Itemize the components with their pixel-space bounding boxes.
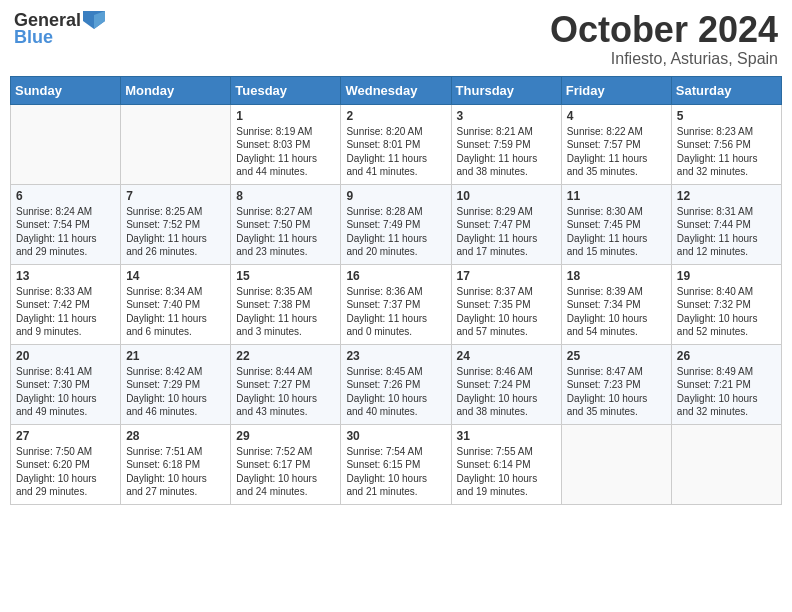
day-number: 27 xyxy=(16,429,115,443)
day-number: 29 xyxy=(236,429,335,443)
day-content: Sunrise: 8:19 AM Sunset: 8:03 PM Dayligh… xyxy=(236,125,335,179)
weekday-header-monday: Monday xyxy=(121,76,231,104)
day-number: 10 xyxy=(457,189,556,203)
day-number: 3 xyxy=(457,109,556,123)
day-content: Sunrise: 8:22 AM Sunset: 7:57 PM Dayligh… xyxy=(567,125,666,179)
calendar-cell: 28Sunrise: 7:51 AM Sunset: 6:18 PM Dayli… xyxy=(121,424,231,504)
day-number: 4 xyxy=(567,109,666,123)
day-number: 8 xyxy=(236,189,335,203)
calendar-cell: 7Sunrise: 8:25 AM Sunset: 7:52 PM Daylig… xyxy=(121,184,231,264)
calendar-week-row: 1Sunrise: 8:19 AM Sunset: 8:03 PM Daylig… xyxy=(11,104,782,184)
weekday-header-friday: Friday xyxy=(561,76,671,104)
calendar-cell: 8Sunrise: 8:27 AM Sunset: 7:50 PM Daylig… xyxy=(231,184,341,264)
calendar-cell: 1Sunrise: 8:19 AM Sunset: 8:03 PM Daylig… xyxy=(231,104,341,184)
day-number: 17 xyxy=(457,269,556,283)
calendar-cell: 27Sunrise: 7:50 AM Sunset: 6:20 PM Dayli… xyxy=(11,424,121,504)
day-number: 16 xyxy=(346,269,445,283)
weekday-header-wednesday: Wednesday xyxy=(341,76,451,104)
day-content: Sunrise: 8:37 AM Sunset: 7:35 PM Dayligh… xyxy=(457,285,556,339)
weekday-header-thursday: Thursday xyxy=(451,76,561,104)
day-content: Sunrise: 8:45 AM Sunset: 7:26 PM Dayligh… xyxy=(346,365,445,419)
weekday-header-row: SundayMondayTuesdayWednesdayThursdayFrid… xyxy=(11,76,782,104)
day-content: Sunrise: 7:50 AM Sunset: 6:20 PM Dayligh… xyxy=(16,445,115,499)
page-header: General Blue October 2024 Infiesto, Astu… xyxy=(10,10,782,68)
day-content: Sunrise: 8:28 AM Sunset: 7:49 PM Dayligh… xyxy=(346,205,445,259)
calendar-cell: 2Sunrise: 8:20 AM Sunset: 8:01 PM Daylig… xyxy=(341,104,451,184)
day-content: Sunrise: 8:23 AM Sunset: 7:56 PM Dayligh… xyxy=(677,125,776,179)
calendar-cell xyxy=(671,424,781,504)
day-number: 1 xyxy=(236,109,335,123)
day-content: Sunrise: 8:41 AM Sunset: 7:30 PM Dayligh… xyxy=(16,365,115,419)
calendar-cell: 31Sunrise: 7:55 AM Sunset: 6:14 PM Dayli… xyxy=(451,424,561,504)
day-number: 14 xyxy=(126,269,225,283)
day-number: 22 xyxy=(236,349,335,363)
day-number: 21 xyxy=(126,349,225,363)
day-content: Sunrise: 7:52 AM Sunset: 6:17 PM Dayligh… xyxy=(236,445,335,499)
calendar-cell: 15Sunrise: 8:35 AM Sunset: 7:38 PM Dayli… xyxy=(231,264,341,344)
day-number: 26 xyxy=(677,349,776,363)
calendar-cell: 3Sunrise: 8:21 AM Sunset: 7:59 PM Daylig… xyxy=(451,104,561,184)
calendar-cell: 16Sunrise: 8:36 AM Sunset: 7:37 PM Dayli… xyxy=(341,264,451,344)
calendar-cell: 17Sunrise: 8:37 AM Sunset: 7:35 PM Dayli… xyxy=(451,264,561,344)
day-content: Sunrise: 8:20 AM Sunset: 8:01 PM Dayligh… xyxy=(346,125,445,179)
calendar-cell: 10Sunrise: 8:29 AM Sunset: 7:47 PM Dayli… xyxy=(451,184,561,264)
day-content: Sunrise: 8:36 AM Sunset: 7:37 PM Dayligh… xyxy=(346,285,445,339)
calendar-cell: 25Sunrise: 8:47 AM Sunset: 7:23 PM Dayli… xyxy=(561,344,671,424)
calendar-cell: 24Sunrise: 8:46 AM Sunset: 7:24 PM Dayli… xyxy=(451,344,561,424)
day-number: 2 xyxy=(346,109,445,123)
weekday-header-sunday: Sunday xyxy=(11,76,121,104)
title-block: October 2024 Infiesto, Asturias, Spain xyxy=(550,10,778,68)
calendar-cell: 21Sunrise: 8:42 AM Sunset: 7:29 PM Dayli… xyxy=(121,344,231,424)
day-number: 5 xyxy=(677,109,776,123)
day-content: Sunrise: 8:33 AM Sunset: 7:42 PM Dayligh… xyxy=(16,285,115,339)
calendar-cell: 5Sunrise: 8:23 AM Sunset: 7:56 PM Daylig… xyxy=(671,104,781,184)
day-number: 9 xyxy=(346,189,445,203)
day-content: Sunrise: 8:39 AM Sunset: 7:34 PM Dayligh… xyxy=(567,285,666,339)
day-content: Sunrise: 8:21 AM Sunset: 7:59 PM Dayligh… xyxy=(457,125,556,179)
day-content: Sunrise: 8:46 AM Sunset: 7:24 PM Dayligh… xyxy=(457,365,556,419)
day-content: Sunrise: 8:24 AM Sunset: 7:54 PM Dayligh… xyxy=(16,205,115,259)
day-number: 28 xyxy=(126,429,225,443)
weekday-header-saturday: Saturday xyxy=(671,76,781,104)
day-number: 23 xyxy=(346,349,445,363)
day-number: 31 xyxy=(457,429,556,443)
day-content: Sunrise: 8:35 AM Sunset: 7:38 PM Dayligh… xyxy=(236,285,335,339)
calendar-cell xyxy=(11,104,121,184)
calendar-cell: 19Sunrise: 8:40 AM Sunset: 7:32 PM Dayli… xyxy=(671,264,781,344)
day-content: Sunrise: 7:55 AM Sunset: 6:14 PM Dayligh… xyxy=(457,445,556,499)
calendar-cell: 18Sunrise: 8:39 AM Sunset: 7:34 PM Dayli… xyxy=(561,264,671,344)
calendar-cell: 29Sunrise: 7:52 AM Sunset: 6:17 PM Dayli… xyxy=(231,424,341,504)
day-number: 7 xyxy=(126,189,225,203)
day-number: 6 xyxy=(16,189,115,203)
calendar-week-row: 6Sunrise: 8:24 AM Sunset: 7:54 PM Daylig… xyxy=(11,184,782,264)
calendar-cell: 12Sunrise: 8:31 AM Sunset: 7:44 PM Dayli… xyxy=(671,184,781,264)
calendar-cell: 20Sunrise: 8:41 AM Sunset: 7:30 PM Dayli… xyxy=(11,344,121,424)
day-content: Sunrise: 8:31 AM Sunset: 7:44 PM Dayligh… xyxy=(677,205,776,259)
day-content: Sunrise: 8:25 AM Sunset: 7:52 PM Dayligh… xyxy=(126,205,225,259)
calendar-cell: 11Sunrise: 8:30 AM Sunset: 7:45 PM Dayli… xyxy=(561,184,671,264)
day-number: 13 xyxy=(16,269,115,283)
calendar-cell: 22Sunrise: 8:44 AM Sunset: 7:27 PM Dayli… xyxy=(231,344,341,424)
day-content: Sunrise: 8:44 AM Sunset: 7:27 PM Dayligh… xyxy=(236,365,335,419)
day-content: Sunrise: 8:34 AM Sunset: 7:40 PM Dayligh… xyxy=(126,285,225,339)
calendar-cell xyxy=(561,424,671,504)
day-content: Sunrise: 8:40 AM Sunset: 7:32 PM Dayligh… xyxy=(677,285,776,339)
logo-flag-icon xyxy=(83,11,105,29)
month-title: October 2024 xyxy=(550,10,778,50)
day-number: 18 xyxy=(567,269,666,283)
day-number: 19 xyxy=(677,269,776,283)
logo-blue-text: Blue xyxy=(14,27,53,48)
calendar-week-row: 13Sunrise: 8:33 AM Sunset: 7:42 PM Dayli… xyxy=(11,264,782,344)
day-number: 11 xyxy=(567,189,666,203)
day-number: 20 xyxy=(16,349,115,363)
calendar-cell: 14Sunrise: 8:34 AM Sunset: 7:40 PM Dayli… xyxy=(121,264,231,344)
weekday-header-tuesday: Tuesday xyxy=(231,76,341,104)
location-text: Infiesto, Asturias, Spain xyxy=(550,50,778,68)
day-content: Sunrise: 8:27 AM Sunset: 7:50 PM Dayligh… xyxy=(236,205,335,259)
calendar-cell: 26Sunrise: 8:49 AM Sunset: 7:21 PM Dayli… xyxy=(671,344,781,424)
day-content: Sunrise: 7:51 AM Sunset: 6:18 PM Dayligh… xyxy=(126,445,225,499)
day-content: Sunrise: 8:47 AM Sunset: 7:23 PM Dayligh… xyxy=(567,365,666,419)
calendar-cell: 4Sunrise: 8:22 AM Sunset: 7:57 PM Daylig… xyxy=(561,104,671,184)
day-content: Sunrise: 8:42 AM Sunset: 7:29 PM Dayligh… xyxy=(126,365,225,419)
logo: General Blue xyxy=(14,10,105,48)
